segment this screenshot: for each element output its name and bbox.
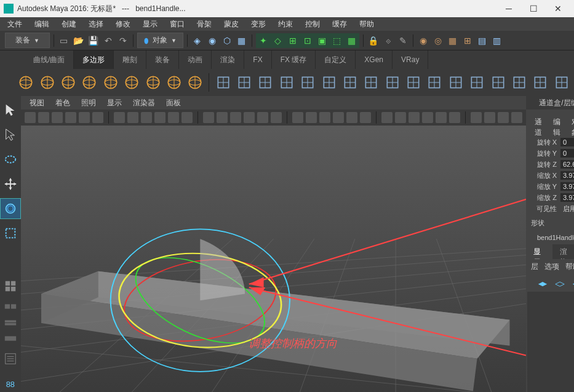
viewport-tool-6-icon[interactable] bbox=[114, 112, 125, 123]
viewport-tool-18-icon[interactable] bbox=[292, 112, 303, 123]
ch-value[interactable]: 3.974 bbox=[560, 182, 574, 191]
poly-torus-icon[interactable] bbox=[123, 73, 140, 92]
poly-tool-extract-icon[interactable] bbox=[257, 73, 274, 92]
viewport-tool-27-icon[interactable] bbox=[422, 112, 433, 123]
menu-创建[interactable]: 创建 bbox=[55, 17, 82, 31]
poly-tool-merge-icon[interactable] bbox=[447, 73, 464, 92]
layer-tab-显示[interactable]: 显示 bbox=[526, 244, 552, 259]
poly-tool-boolean-icon[interactable] bbox=[299, 73, 316, 92]
viewport-tool-11-icon[interactable] bbox=[181, 112, 193, 123]
poly-cone-icon[interactable] bbox=[81, 73, 98, 92]
layer-tab-渲染[interactable]: 渲染 bbox=[552, 244, 574, 259]
viewport-tool-24-icon[interactable] bbox=[381, 112, 393, 123]
viewport-tool-31-icon[interactable] bbox=[484, 112, 495, 123]
layer-empty-icon[interactable] bbox=[554, 278, 565, 287]
undo-icon[interactable]: ↶ bbox=[102, 34, 114, 47]
layout-h-icon[interactable] bbox=[0, 300, 21, 313]
viewport-tool-22-icon[interactable] bbox=[346, 112, 357, 123]
viewport-tool-33-icon[interactable] bbox=[511, 112, 522, 123]
menu-约束[interactable]: 约束 bbox=[272, 17, 299, 31]
poly-tool-bridge-icon[interactable] bbox=[320, 73, 337, 92]
poly-tool-combine-icon[interactable] bbox=[214, 73, 231, 92]
viewport-tool-3-icon[interactable] bbox=[65, 112, 76, 123]
shelf-tab-10[interactable]: VRay bbox=[393, 50, 428, 69]
menu-窗口[interactable]: 窗口 bbox=[164, 17, 191, 31]
shelf-tab-9[interactable]: XGen bbox=[356, 50, 393, 69]
poly-tool-multi-icon[interactable] bbox=[384, 73, 401, 92]
lock-icon[interactable]: 🔒 bbox=[367, 34, 380, 47]
viewport-tool-20-icon[interactable] bbox=[319, 112, 330, 123]
poly-sphere-icon[interactable] bbox=[17, 73, 34, 92]
shelf-tab-4[interactable]: 动画 bbox=[179, 50, 212, 69]
shelf-tab-5[interactable]: 渲染 bbox=[212, 50, 244, 69]
select-tool-icon[interactable] bbox=[0, 100, 21, 121]
render-icon[interactable]: ◉ bbox=[417, 34, 429, 47]
ch-value[interactable]: 0 bbox=[560, 138, 574, 146]
poly-pyramid-icon[interactable] bbox=[165, 73, 183, 92]
menu-选择[interactable]: 选择 bbox=[82, 17, 110, 31]
viewport-tool-7-icon[interactable] bbox=[127, 112, 138, 123]
menu-编辑[interactable]: 编辑 bbox=[28, 17, 55, 31]
viewport-tool-9-icon[interactable] bbox=[154, 112, 165, 123]
snap-icon[interactable]: ▦ bbox=[346, 34, 358, 47]
viewport-tool-28-icon[interactable] bbox=[436, 112, 447, 123]
paint-select-tool-icon[interactable] bbox=[0, 149, 21, 170]
menu-控制[interactable]: 控制 bbox=[299, 17, 326, 31]
tool-icon[interactable]: ⟐ bbox=[382, 34, 394, 47]
new-scene-icon[interactable]: ▭ bbox=[58, 34, 70, 47]
viewport-tool-13-icon[interactable] bbox=[217, 112, 228, 123]
viewport-tool-5-icon[interactable] bbox=[92, 112, 103, 123]
poly-tool-target-icon[interactable] bbox=[468, 73, 485, 92]
viewport-tool-4-icon[interactable] bbox=[79, 112, 90, 123]
viewport-tool-1-icon[interactable] bbox=[38, 112, 49, 123]
selection-mode-dropdown[interactable]: ⬮对象▼ bbox=[137, 33, 183, 48]
menu-蒙皮[interactable]: 蒙皮 bbox=[218, 17, 245, 31]
viewmenu-面板[interactable]: 面板 bbox=[161, 97, 186, 110]
layer-add-icon[interactable]: + bbox=[572, 278, 574, 287]
viewport-tool-30-icon[interactable] bbox=[471, 112, 482, 123]
shape-node[interactable]: bend1HandleShape bbox=[526, 232, 574, 243]
select-mask-icon[interactable]: ▦ bbox=[236, 34, 248, 47]
render-icon[interactable]: ⊞ bbox=[461, 34, 474, 47]
panel-icon[interactable]: ▤ bbox=[476, 34, 488, 47]
shelf-tab-7[interactable]: FX 缓存 bbox=[272, 50, 316, 69]
outliner-icon[interactable] bbox=[0, 348, 21, 369]
select-mask-icon[interactable]: ⬡ bbox=[221, 34, 233, 47]
viewmenu-着色[interactable]: 着色 bbox=[50, 97, 75, 110]
viewport-tool-25-icon[interactable] bbox=[395, 112, 406, 123]
shelf-tab-3[interactable]: 装备 bbox=[146, 50, 179, 69]
maximize-button[interactable]: ☐ bbox=[521, 0, 546, 17]
poly-tool-collapse-icon[interactable] bbox=[489, 73, 506, 92]
poly-tool-smooth-icon[interactable] bbox=[278, 73, 295, 92]
menu-缓存[interactable]: 缓存 bbox=[326, 17, 353, 31]
ch-value[interactable]: 3.974 bbox=[560, 171, 574, 180]
snap-icon[interactable]: ◇ bbox=[272, 34, 284, 47]
menu-帮助[interactable]: 帮助 bbox=[353, 17, 380, 31]
snap-icon[interactable]: ⬚ bbox=[331, 34, 343, 47]
ch-value[interactable]: 3.974 bbox=[560, 193, 574, 202]
ch-value[interactable]: 启用 bbox=[560, 204, 574, 214]
layermenu-选项[interactable]: 选项 bbox=[544, 262, 559, 272]
redo-icon[interactable]: ↷ bbox=[117, 34, 129, 47]
viewport-tool-0-icon[interactable] bbox=[25, 112, 36, 123]
poly-tool-split-icon[interactable] bbox=[405, 73, 422, 92]
viewmenu-渲染器[interactable]: 渲染器 bbox=[128, 97, 160, 110]
poly-pipe-icon[interactable] bbox=[186, 73, 204, 92]
viewport-tool-2-icon[interactable] bbox=[52, 112, 63, 123]
shelf-tab-8[interactable]: 自定义 bbox=[316, 50, 356, 69]
poly-tool-bevel-icon[interactable] bbox=[341, 73, 359, 92]
viewmenu-显示[interactable]: 显示 bbox=[102, 97, 127, 110]
shelf-tab-6[interactable]: FX bbox=[244, 50, 271, 69]
minimize-button[interactable]: ─ bbox=[496, 0, 521, 17]
viewmenu-照明[interactable]: 照明 bbox=[76, 97, 101, 110]
ch-value[interactable]: 62.621 bbox=[560, 160, 574, 169]
rotate-tool-icon[interactable] bbox=[0, 198, 21, 219]
menu-骨架[interactable]: 骨架 bbox=[191, 17, 218, 31]
tool-icon[interactable]: ✎ bbox=[397, 34, 409, 47]
poly-tool-sculpt-icon[interactable] bbox=[532, 73, 549, 92]
poly-tool-mirror-icon[interactable] bbox=[511, 73, 528, 92]
poly-tool-quad-icon[interactable] bbox=[553, 73, 570, 92]
poly-cylinder-icon[interactable] bbox=[60, 73, 77, 92]
3d-viewport[interactable]: 调整控制柄的方向 bbox=[21, 126, 526, 392]
close-button[interactable]: ✕ bbox=[546, 0, 570, 17]
